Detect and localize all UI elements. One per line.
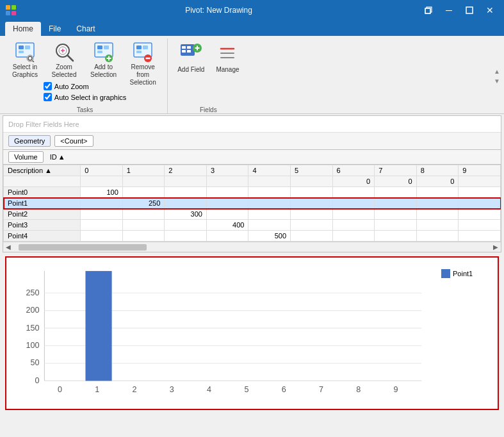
tab-chart[interactable]: Chart <box>69 22 102 36</box>
table-row[interactable]: Point4 500 <box>4 231 501 242</box>
row-label-point0: Point0 <box>4 187 81 198</box>
svg-rect-5 <box>425 8 430 13</box>
zoom-selected-label: Zoom Selected <box>49 63 79 79</box>
ribbon-scroll-up[interactable]: ▲ <box>492 67 501 76</box>
val-p2-3 <box>206 209 248 220</box>
add-to-selection-icon <box>92 42 115 62</box>
geometry-chip[interactable]: Geometry <box>8 135 51 147</box>
val-p0-0: 100 <box>81 187 123 198</box>
val-p4-5 <box>291 231 333 242</box>
val-p0-7 <box>375 187 417 198</box>
sort-direction: ▲ <box>58 153 65 161</box>
add-to-selection-label: Add toSelection <box>90 63 117 79</box>
val-p2-2: 300 <box>165 209 207 220</box>
remove-from-selection-button[interactable]: Remove fromSelection <box>124 38 162 82</box>
row-label-point3: Point3 <box>4 220 81 231</box>
auto-select-check[interactable]: Auto Select in graphics <box>44 93 127 101</box>
menu-bar: Home File Chart <box>0 21 504 36</box>
scroll-right-arrow[interactable]: ▶ <box>492 243 500 251</box>
bar-point1 <box>85 271 111 381</box>
val-p2-8 <box>416 209 459 220</box>
subheader-7: 0 <box>375 176 417 187</box>
svg-text:100: 100 <box>26 341 39 350</box>
col-header-1: 1 <box>122 165 165 176</box>
svg-line-17 <box>68 56 73 61</box>
legend-point1: Point1 <box>441 269 473 278</box>
val-p0-9 <box>459 187 501 198</box>
tasks-label: Tasks <box>77 104 93 113</box>
ribbon-scroll-down[interactable]: ▼ <box>492 76 501 86</box>
add-field-label: Add Field <box>177 66 204 74</box>
svg-text:1: 1 <box>95 385 99 394</box>
pivot-table-section: Drop Filter Fields Here Geometry <Count>… <box>3 115 501 252</box>
table-row[interactable]: Point3 400 <box>4 220 501 231</box>
volume-chip[interactable]: Volume <box>8 151 44 163</box>
auto-zoom-checkbox[interactable] <box>44 82 52 90</box>
h-scrollbar[interactable]: ◀ ▶ <box>3 242 501 252</box>
restore-button[interactable] <box>419 1 437 19</box>
tab-home[interactable]: Home <box>5 22 41 36</box>
col-header-8: 8 <box>416 165 459 176</box>
add-field-button[interactable]: Add Field <box>173 38 209 82</box>
remove-from-selection-label: Remove fromSelection <box>128 63 158 87</box>
remove-from-selection-icon <box>131 42 154 62</box>
scroll-left-arrow[interactable]: ◀ <box>4 243 12 251</box>
table-row[interactable]: Point2 300 <box>4 209 501 220</box>
val-p1-6 <box>332 198 375 209</box>
val-p1-8 <box>416 198 459 209</box>
svg-rect-23 <box>97 51 102 53</box>
minimize-button[interactable]: ─ <box>440 1 458 19</box>
window-title: Pivot: New Drawing <box>18 6 419 15</box>
fields-group: Add Field Manage Fields <box>168 38 248 113</box>
subheader-2 <box>165 176 207 187</box>
pivot-fields-row: Geometry <Count> <box>3 133 501 150</box>
close-button[interactable]: ✕ <box>481 1 499 19</box>
svg-text:0: 0 <box>35 376 39 385</box>
svg-rect-37 <box>187 50 191 53</box>
auto-select-label: Auto Select in graphics <box>54 94 127 101</box>
tasks-buttons: Select inGraphics Zoom Selected <box>8 38 162 82</box>
svg-text:4: 4 <box>207 385 211 394</box>
pivot-subfields-row: Volume ID ▲ <box>3 150 501 165</box>
auto-zoom-check[interactable]: Auto Zoom <box>44 82 127 90</box>
count-chip[interactable]: <Count> <box>54 135 93 147</box>
manage-button[interactable]: Manage <box>211 38 243 82</box>
filter-zone[interactable]: Drop Filter Fields Here <box>3 116 501 133</box>
val-p3-1 <box>122 220 165 231</box>
svg-rect-0 <box>6 5 10 10</box>
val-p1-9 <box>459 198 501 209</box>
tab-file[interactable]: File <box>41 22 69 36</box>
table-row-selected[interactable]: Point1 250 <box>4 198 501 209</box>
svg-text:7: 7 <box>319 385 323 394</box>
val-p2-0 <box>81 209 123 220</box>
svg-text:9: 9 <box>394 385 398 394</box>
svg-rect-30 <box>136 51 142 53</box>
svg-rect-22 <box>104 45 109 49</box>
add-to-selection-button[interactable]: Add toSelection <box>86 38 121 82</box>
table-row[interactable]: Point0 100 <box>4 187 501 198</box>
subheader-8: 0 <box>416 176 459 187</box>
select-in-graphics-button[interactable]: Select inGraphics <box>8 38 42 82</box>
svg-rect-11 <box>19 51 24 53</box>
content-area: Drop Filter Fields Here Geometry <Count>… <box>0 114 504 437</box>
val-p1-0 <box>81 198 123 209</box>
auto-select-checkbox[interactable] <box>44 93 52 101</box>
chart-section: 0 50 100 150 200 250 <box>5 256 499 410</box>
val-p2-9 <box>459 209 501 220</box>
col-header-0: 0 <box>81 165 123 176</box>
scroll-thumb[interactable] <box>19 244 147 251</box>
svg-rect-2 <box>6 11 10 15</box>
zoom-selected-button[interactable]: Zoom Selected <box>45 38 83 82</box>
val-p2-6 <box>332 209 375 220</box>
val-p0-6 <box>332 187 375 198</box>
col-header-7: 7 <box>375 165 417 176</box>
col-header-3: 3 <box>206 165 248 176</box>
val-p0-4 <box>248 187 291 198</box>
maximize-button[interactable] <box>460 1 478 19</box>
svg-text:5: 5 <box>244 385 248 394</box>
svg-rect-1 <box>12 5 16 10</box>
svg-rect-29 <box>143 45 148 49</box>
select-in-graphics-icon <box>13 42 37 62</box>
val-p1-5 <box>291 198 333 209</box>
svg-text:200: 200 <box>26 306 39 315</box>
